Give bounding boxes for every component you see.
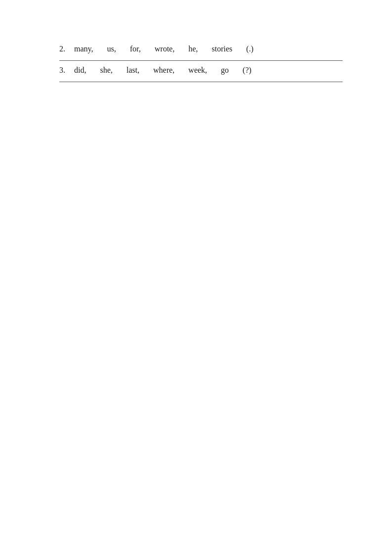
exercise-item-2: 3.did,she,last,where,week,go(?)	[59, 61, 343, 82]
item-number-1: 2.	[59, 45, 74, 53]
word-2-6: go	[221, 66, 229, 75]
word-1-3: for,	[130, 45, 141, 53]
word-1-4: wrote,	[155, 45, 174, 53]
word-1-6: stories	[212, 45, 232, 53]
word-2-1: did,	[74, 66, 86, 75]
word-1-1: many,	[74, 45, 93, 53]
word-1-7: (.)	[246, 45, 254, 53]
item-row-1: 2.many,us,for,wrote,he,stories(.)	[59, 40, 343, 60]
page: 2.many,us,for,wrote,he,stories(.)3.did,s…	[0, 0, 392, 555]
word-1-5: he,	[188, 45, 198, 53]
word-2-3: last,	[127, 66, 139, 75]
word-2-2: she,	[100, 66, 112, 75]
item-number-2: 3.	[59, 66, 74, 75]
item-row-2: 3.did,she,last,where,week,go(?)	[59, 61, 343, 82]
word-2-5: week,	[188, 66, 207, 75]
word-2-7: (?)	[243, 66, 252, 75]
word-2-4: where,	[153, 66, 174, 75]
word-1-2: us,	[107, 45, 116, 53]
exercise-list: 2.many,us,for,wrote,he,stories(.)3.did,s…	[59, 40, 343, 82]
divider-2	[59, 82, 343, 82]
exercise-item-1: 2.many,us,for,wrote,he,stories(.)	[59, 40, 343, 61]
